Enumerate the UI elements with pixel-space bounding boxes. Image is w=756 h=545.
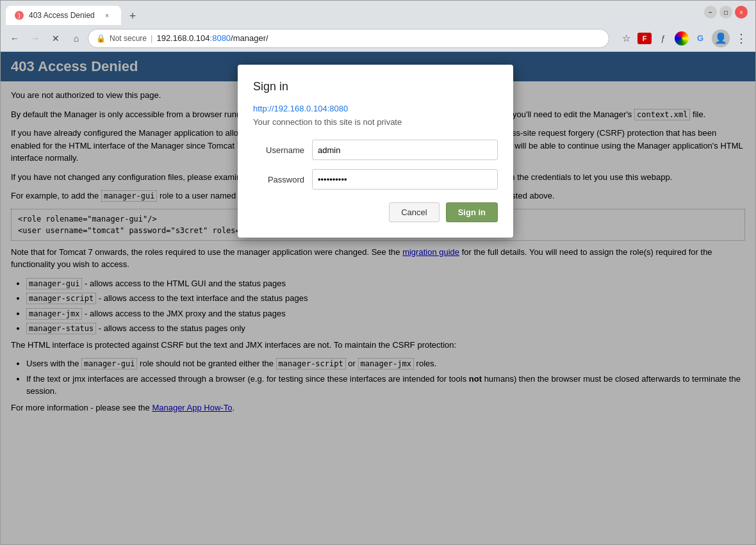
lock-icon: 🔒 xyxy=(96,34,106,43)
more-menu-button[interactable]: ⋮ xyxy=(732,29,750,47)
window-controls: − □ × xyxy=(704,6,748,19)
active-tab[interactable]: ) 403 Access Denied × xyxy=(6,6,121,25)
close-tab-button[interactable]: × xyxy=(102,10,112,20)
close-button[interactable]: × xyxy=(735,6,748,19)
signin-modal: Sign in http://192.168.0.104:8080 Your c… xyxy=(238,65,513,238)
forward-button[interactable]: → xyxy=(26,29,44,47)
modal-url: http://192.168.0.104:8080 xyxy=(253,104,498,113)
tab-bar: ) 403 Access Denied × + − □ × xyxy=(1,1,755,25)
extensions-button[interactable]: ƒ xyxy=(654,29,672,47)
nav-actions: ☆ F ƒ G 👤 ⋮ xyxy=(617,29,750,47)
url-separator: | xyxy=(151,33,152,43)
username-row: Username xyxy=(253,140,498,160)
modal-warning: Your connection to this site is not priv… xyxy=(253,117,498,127)
page-content: 403 Access Denied You are not authorized… xyxy=(1,52,755,544)
home-button[interactable]: ⌂ xyxy=(67,29,85,47)
password-label: Password xyxy=(253,175,304,184)
browser-window: ) 403 Access Denied × + − □ × ← → ✕ ⌂ 🔒 … xyxy=(0,0,756,545)
password-row: Password xyxy=(253,169,498,190)
not-secure-label: Not secure xyxy=(110,34,147,43)
new-tab-button[interactable]: + xyxy=(124,7,142,25)
g-button[interactable]: G xyxy=(691,29,709,47)
url-host: 192.168.0.104:8080/manager/ xyxy=(156,33,268,43)
modal-overlay: Sign in http://192.168.0.104:8080 Your c… xyxy=(1,52,755,544)
username-label: Username xyxy=(253,145,304,155)
password-input[interactable] xyxy=(312,169,498,190)
address-bar[interactable]: 🔒 Not secure | 192.168.0.104:8080/manage… xyxy=(88,29,609,48)
reload-button[interactable]: ✕ xyxy=(47,29,65,47)
bookmark-star-button[interactable]: ☆ xyxy=(617,29,635,47)
back-button[interactable]: ← xyxy=(6,29,24,47)
modal-title: Sign in xyxy=(253,80,498,94)
cancel-button[interactable]: Cancel xyxy=(389,202,439,222)
modal-buttons: Cancel Sign in xyxy=(253,202,498,222)
reading-list-button[interactable]: F xyxy=(637,33,652,44)
browser-top: ) 403 Access Denied × + − □ × xyxy=(1,1,755,25)
tab-title: 403 Access Denied xyxy=(29,11,95,20)
maximize-button[interactable]: □ xyxy=(719,6,732,19)
nav-bar: ← → ✕ ⌂ 🔒 Not secure | 192.168.0.104:808… xyxy=(1,25,755,52)
minimize-button[interactable]: − xyxy=(704,6,717,19)
tab-favicon: ) xyxy=(15,11,24,20)
profile-button[interactable]: 👤 xyxy=(712,29,730,47)
color-button[interactable] xyxy=(675,31,689,45)
signin-button[interactable]: Sign in xyxy=(446,202,498,222)
username-input[interactable] xyxy=(312,140,498,160)
